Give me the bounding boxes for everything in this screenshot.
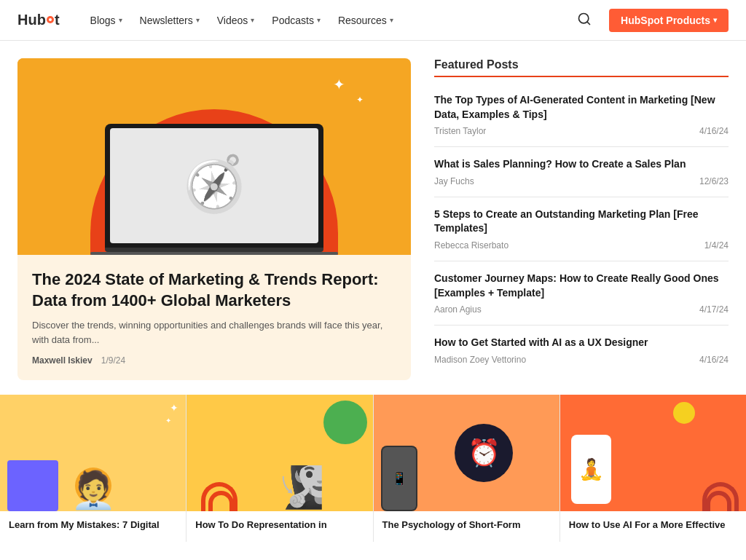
chevron-down-icon: ▾ [317,16,321,24]
hero-meta: Maxwell Iskiev 1/9/24 [32,355,396,366]
card-body-1: Learn from My Mistakes: 7 Digital [0,511,186,542]
svg-line-1 [587,22,590,25]
hero-author: Maxwell Iskiev [32,355,93,366]
hero-description: Discover the trends, winning opportuniti… [32,318,396,347]
post-title: The Top Types of AI-Generated Content in… [434,93,729,122]
card-title-2: How To Do Representation in [195,518,364,532]
card-title-4: How to Use AI For a More Effective [569,518,737,532]
post-author: Madison Zoey Vettorino [434,355,526,365]
hero-image: 🧭 ✦ ✦ [17,58,411,255]
featured-posts-section: Featured Posts The Top Types of AI-Gener… [434,58,729,380]
chevron-down-icon: ▾ [390,16,393,24]
nav-newsletters[interactable]: Newsletters ▾ [133,9,207,32]
article-card-grid: 😵 ✦ ✦ 🧑‍💼 Learn from My Mistakes: 7 Digi… [0,395,746,542]
post-author: Jay Fuchs [434,176,474,186]
chevron-down-icon: ▾ [119,16,122,24]
hubspot-products-button[interactable]: HubSpot Products ▾ [609,9,729,32]
logo[interactable]: Hubt [17,12,60,28]
post-meta: Madison Zoey Vettorino 4/16/24 [434,355,729,365]
card-title-1: Learn from My Mistakes: 7 Digital [9,518,177,532]
card-title-3: The Psychology of Short-Form [382,518,551,532]
post-author: Aaron Agius [434,304,482,315]
card-body-2: How To Do Representation in [186,511,372,542]
post-meta: Tristen Taylor 4/16/24 [434,126,729,136]
hero-body: The 2024 State of Marketing & Trends Rep… [17,255,411,380]
star-icon: ✦ [333,76,345,93]
card-body-4: How to Use AI For a More Effective [560,511,746,542]
post-title: What is Sales Planning? How to Create a … [434,157,729,172]
post-meta: Jay Fuchs 12/6/23 [434,176,729,186]
post-date: 1/4/24 [704,240,729,251]
featured-post-3[interactable]: 5 Steps to Create an Outstanding Marketi… [434,197,729,261]
nav-videos[interactable]: Videos ▾ [210,9,262,32]
nav-podcasts[interactable]: Podcasts ▾ [264,9,328,32]
hero-date: 1/9/24 [101,355,125,366]
post-date: 4/16/24 [699,126,729,136]
article-card-1[interactable]: 😵 ✦ ✦ 🧑‍💼 Learn from My Mistakes: 7 Digi… [0,395,186,542]
post-date: 12/6/23 [699,176,729,186]
card-image-4: 🧘 [560,395,746,511]
nav-blogs[interactable]: Blogs ▾ [83,9,130,32]
nav-resources[interactable]: Resources ▾ [331,9,401,32]
chevron-down-icon: ▾ [251,16,254,24]
post-title: 5 Steps to Create an Outstanding Marketi… [434,208,729,236]
post-meta: Aaron Agius 4/17/24 [434,304,729,315]
hero-title: The 2024 State of Marketing & Trends Rep… [32,269,396,311]
chevron-down-icon: ▾ [713,16,717,24]
post-title: How to Get Started with AI as a UX Desig… [434,336,729,350]
post-author: Tristen Taylor [434,126,486,136]
featured-post-5[interactable]: How to Get Started with AI as a UX Desig… [434,326,729,375]
post-meta: Rebecca Riserbato 1/4/24 [434,240,729,251]
article-card-3[interactable]: ⏰ 📱 The Psychology of Short-Form [374,395,560,542]
card-body-3: The Psychology of Short-Form [374,511,560,542]
star-small-icon: ✦ [356,95,364,105]
post-date: 4/16/24 [699,355,729,365]
main-content: 🧭 ✦ ✦ The 2024 State of Marketing & Tren… [0,41,746,380]
featured-post-4[interactable]: Customer Journey Maps: How to Create Rea… [434,261,729,326]
search-button[interactable] [571,6,597,34]
card-image-3: ⏰ 📱 [374,395,560,511]
featured-posts-title: Featured Posts [434,58,729,77]
nav-links: Blogs ▾ Newsletters ▾ Videos ▾ Podcasts … [83,9,572,32]
featured-post-1[interactable]: The Top Types of AI-Generated Content in… [434,83,729,147]
featured-post-2[interactable]: What is Sales Planning? How to Create a … [434,147,729,197]
card-image-2: 🧏‍♀️ [186,395,372,511]
chevron-down-icon: ▾ [196,16,200,24]
article-card-4[interactable]: 🧘 How to Use AI For a More Effective [560,395,746,542]
post-author: Rebecca Riserbato [434,240,509,251]
card-image-1: 😵 ✦ ✦ 🧑‍💼 [0,395,186,511]
post-date: 4/17/24 [699,304,729,315]
hero-article[interactable]: 🧭 ✦ ✦ The 2024 State of Marketing & Tren… [17,58,411,380]
post-title: Customer Journey Maps: How to Create Rea… [434,272,729,300]
navbar: Hubt Blogs ▾ Newsletters ▾ Videos ▾ Podc… [0,0,746,41]
article-card-2[interactable]: 🧏‍♀️ How To Do Representation in [186,395,373,542]
